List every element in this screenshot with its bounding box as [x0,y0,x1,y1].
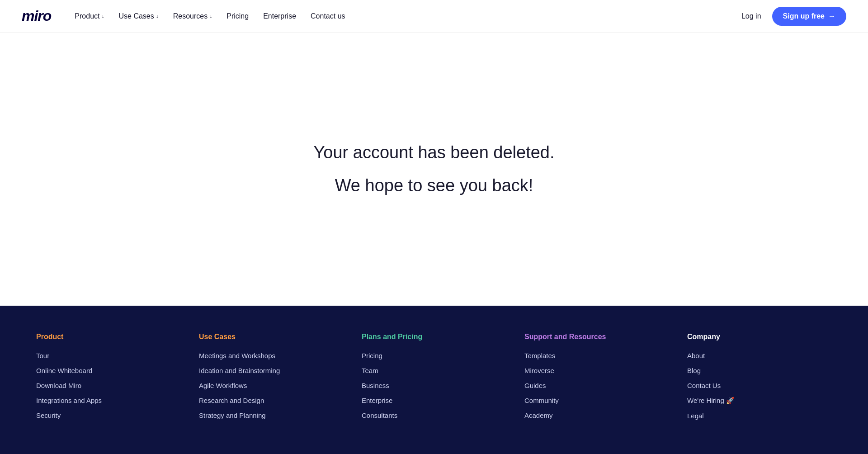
footer: ProductTourOnline WhiteboardDownload Mir… [0,306,868,454]
nav-item-product[interactable]: Product↓ [69,9,109,24]
footer-column-support-and-resources: Support and ResourcesTemplatesMiroverseG… [524,333,669,427]
footer-link-guides[interactable]: Guides [524,382,669,389]
chevron-down-icon: ↓ [156,13,159,19]
footer-link-legal[interactable]: Legal [687,412,832,420]
nav-item-pricing[interactable]: Pricing [221,9,254,24]
footer-column-plans-and-pricing: Plans and PricingPricingTeamBusinessEnte… [362,333,506,427]
login-button[interactable]: Log in [741,12,761,20]
deleted-message: Your account has been deleted. [313,142,554,164]
footer-link-academy[interactable]: Academy [524,411,669,419]
hope-message: We hope to see you back! [313,175,554,197]
footer-link-meetings-and-workshops[interactable]: Meetings and Workshops [199,352,344,359]
footer-link-contact-us[interactable]: Contact Us [687,382,832,389]
footer-link-consultants[interactable]: Consultants [362,411,506,419]
footer-title-support-and-resources: Support and Resources [524,333,669,341]
nav-item-use-cases[interactable]: Use Cases↓ [113,9,164,24]
footer-link-integrations-and-apps[interactable]: Integrations and Apps [36,397,181,404]
signup-button[interactable]: Sign up free → [772,7,846,26]
footer-link-templates[interactable]: Templates [524,352,669,359]
footer-title-company: Company [687,333,832,341]
nav-item-enterprise[interactable]: Enterprise [258,9,302,24]
header: miro Product↓Use Cases↓Resources↓Pricing… [0,0,868,33]
footer-link-community[interactable]: Community [524,397,669,404]
footer-link-strategy-and-planning[interactable]: Strategy and Planning [199,411,344,419]
footer-link-ideation-and-brainstorming[interactable]: Ideation and Brainstorming [199,367,344,374]
footer-link-hiring[interactable]: We're Hiring 🚀 [687,397,832,405]
footer-title-product: Product [36,333,181,341]
footer-column-use-cases: Use CasesMeetings and WorkshopsIdeation … [199,333,344,427]
header-right: Log in Sign up free → [741,7,846,26]
footer-link-research-and-design[interactable]: Research and Design [199,397,344,404]
main-content: Your account has been deleted. We hope t… [0,33,868,306]
chevron-down-icon: ↓ [101,13,104,19]
footer-grid: ProductTourOnline WhiteboardDownload Mir… [36,333,832,427]
header-left: miro Product↓Use Cases↓Resources↓Pricing… [22,8,351,24]
footer-link-tour[interactable]: Tour [36,352,181,359]
footer-link-pricing[interactable]: Pricing [362,352,506,359]
message-container: Your account has been deleted. We hope t… [313,142,554,197]
main-nav: Product↓Use Cases↓Resources↓PricingEnter… [69,9,350,24]
nav-item-resources[interactable]: Resources↓ [168,9,217,24]
footer-link-download-miro[interactable]: Download Miro [36,382,181,389]
footer-link-security[interactable]: Security [36,411,181,419]
footer-column-company: CompanyAboutBlogContact UsWe're Hiring 🚀… [687,333,832,427]
footer-link-team[interactable]: Team [362,367,506,374]
nav-item-contact-us[interactable]: Contact us [305,9,350,24]
footer-link-business[interactable]: Business [362,382,506,389]
signup-label: Sign up free [783,12,825,20]
chevron-down-icon: ↓ [209,13,212,19]
footer-link-agile-workflows[interactable]: Agile Workflows [199,382,344,389]
footer-link-blog[interactable]: Blog [687,367,832,374]
footer-link-about[interactable]: About [687,352,832,359]
footer-link-online-whiteboard[interactable]: Online Whiteboard [36,367,181,374]
footer-title-use-cases: Use Cases [199,333,344,341]
footer-column-product: ProductTourOnline WhiteboardDownload Mir… [36,333,181,427]
footer-link-miroverse[interactable]: Miroverse [524,367,669,374]
footer-title-plans-and-pricing: Plans and Pricing [362,333,506,341]
signup-arrow-icon: → [828,12,835,20]
logo[interactable]: miro [22,8,51,24]
footer-link-enterprise[interactable]: Enterprise [362,397,506,404]
